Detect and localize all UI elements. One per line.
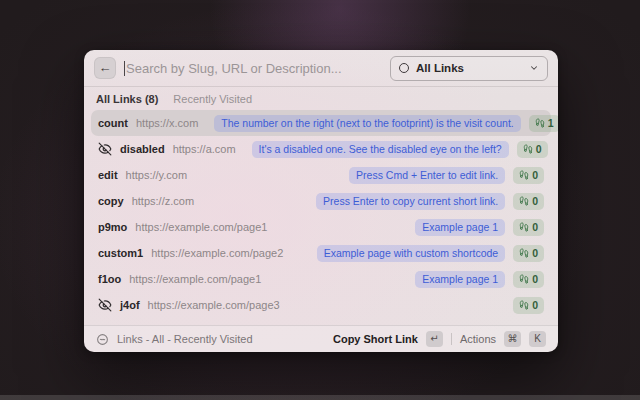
link-url: https://y.com	[126, 169, 188, 181]
link-description-badge: Example page with custom shortcode	[317, 245, 506, 262]
link-description-badge: Example page 1	[415, 271, 505, 288]
link-slug: copy	[98, 195, 124, 207]
link-description-badge: Press Enter to copy current short link.	[316, 193, 505, 210]
cmd-key-badge: ⌘	[504, 331, 521, 347]
footprints-icon	[523, 144, 533, 154]
visit-count-badge: 0	[513, 271, 544, 288]
visit-count-badge: 0	[513, 245, 544, 262]
visit-count-badge: 0	[513, 167, 544, 184]
links-app-logo-icon	[96, 333, 109, 346]
search-header: ← All Links	[84, 50, 558, 87]
footprints-icon	[519, 248, 529, 258]
link-slug: f1oo	[98, 273, 121, 285]
link-slug: disabled	[120, 143, 165, 155]
filter-dropdown[interactable]: All Links	[390, 56, 548, 81]
return-key-badge: ↵	[426, 331, 443, 347]
link-row[interactable]: f1oo https://example.com/page1 Example p…	[91, 266, 551, 292]
eye-off-icon	[98, 142, 112, 156]
link-row[interactable]: edit https://y.com Press Cmd + Enter to …	[91, 162, 551, 188]
visit-count-badge: 0	[513, 219, 544, 236]
link-row[interactable]: count https://x.com The number on the ri…	[91, 110, 551, 136]
link-slug: custom1	[98, 247, 143, 259]
breadcrumb: Links - All - Recently Visited	[117, 333, 325, 345]
link-url: https://z.com	[132, 195, 194, 207]
actions-button[interactable]: Actions	[460, 333, 496, 345]
copy-short-link-button[interactable]: Copy Short Link	[333, 333, 418, 345]
link-row[interactable]: custom1 https://example.com/page2 Exampl…	[91, 240, 551, 266]
link-row[interactable]: p9mo https://example.com/page1 Example p…	[91, 214, 551, 240]
tab-all-links[interactable]: All Links (8)	[96, 93, 158, 105]
search-field-wrap	[124, 61, 382, 76]
link-description-badge: Example page 1	[415, 219, 505, 236]
link-url: https://example.com/page1	[135, 221, 267, 233]
footprints-icon	[535, 118, 545, 128]
visit-count-badge: 1	[529, 115, 558, 132]
visit-count: 0	[536, 143, 542, 155]
search-input[interactable]	[126, 61, 382, 76]
visit-count-badge: 0	[513, 193, 544, 210]
visit-count: 0	[532, 195, 538, 207]
link-slug: j4of	[120, 299, 140, 311]
link-row[interactable]: j4of https://example.com/page3 0	[91, 292, 551, 318]
command-palette-window: ← All Links All Links (8) Recently Visit…	[84, 50, 558, 352]
footprints-icon	[519, 274, 529, 284]
footprints-icon	[519, 300, 529, 310]
footer-divider	[451, 333, 452, 345]
visit-count: 0	[532, 299, 538, 311]
link-description-badge: The number on the right (next to the foo…	[214, 115, 520, 132]
filter-tabs: All Links (8) Recently Visited	[84, 87, 558, 107]
link-slug: edit	[98, 169, 118, 181]
filter-circle-icon	[399, 63, 409, 73]
link-slug: count	[98, 117, 128, 129]
visit-count: 0	[532, 221, 538, 233]
k-key-badge: K	[529, 331, 546, 347]
visit-count: 0	[532, 247, 538, 259]
link-url: https://x.com	[136, 117, 198, 129]
link-url: https://example.com/page2	[151, 247, 283, 259]
chevron-down-icon	[529, 63, 539, 73]
link-url: https://a.com	[173, 143, 236, 155]
link-row[interactable]: disabled https://a.com It's a disabled o…	[91, 136, 551, 162]
back-button[interactable]: ←	[94, 57, 116, 79]
link-url: https://example.com/page1	[129, 273, 261, 285]
link-url: https://example.com/page3	[148, 299, 280, 311]
link-description-badge: It's a disabled one. See the disabled ey…	[252, 141, 509, 158]
visit-count-badge: 0	[517, 141, 548, 158]
filter-dropdown-label: All Links	[416, 62, 522, 74]
link-list: count https://x.com The number on the ri…	[84, 107, 558, 325]
footer-bar: Links - All - Recently Visited Copy Shor…	[84, 325, 558, 352]
eye-off-icon	[98, 298, 112, 312]
footprints-icon	[519, 222, 529, 232]
footprints-icon	[519, 170, 529, 180]
link-description-badge: Press Cmd + Enter to edit link.	[349, 167, 505, 184]
visit-count: 0	[532, 273, 538, 285]
visit-count-badge: 0	[513, 297, 544, 314]
tab-recently-visited[interactable]: Recently Visited	[173, 93, 252, 105]
link-slug: p9mo	[98, 221, 127, 233]
visit-count: 0	[532, 169, 538, 181]
screen-bottom-edge	[0, 395, 640, 400]
visit-count: 1	[548, 117, 554, 129]
footprints-icon	[519, 196, 529, 206]
text-cursor	[124, 61, 125, 76]
link-row[interactable]: copy https://z.com Press Enter to copy c…	[91, 188, 551, 214]
